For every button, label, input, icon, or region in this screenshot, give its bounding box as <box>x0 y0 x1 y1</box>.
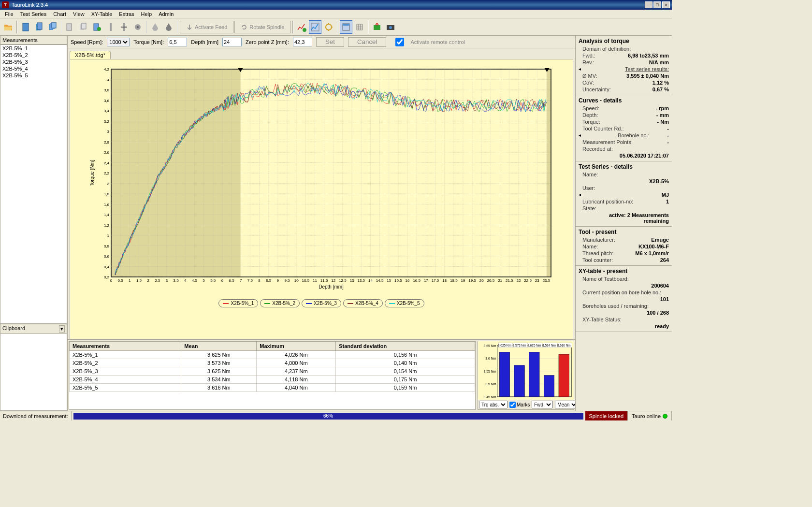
table-row[interactable]: X2B-5%_43,534 Nm4,118 Nm0,175 Nm <box>70 376 475 384</box>
open-icon[interactable] <box>2 20 14 34</box>
set-button[interactable]: Set <box>316 37 344 47</box>
menu-xy-table[interactable]: XY-Table <box>88 10 116 18</box>
camera-icon[interactable] <box>384 20 397 34</box>
doc3-icon[interactable] <box>46 20 59 34</box>
gear2-icon[interactable] <box>322 20 335 34</box>
testseries-header: Test Series - details <box>579 163 669 170</box>
main-chart[interactable]: 00,511,522,533,544,555,566,577,588,599,5… <box>75 64 568 296</box>
svg-text:0,4: 0,4 <box>104 265 110 269</box>
speed-select[interactable]: 1000 <box>107 38 130 46</box>
titlebar: T TauroLink 2.3.4 _ □ × <box>0 0 672 10</box>
svg-text:0,2: 0,2 <box>104 275 110 279</box>
legend-item[interactable]: X2B-5%_5 <box>385 299 424 307</box>
analysis-header: Analysis of torque <box>579 38 669 44</box>
tool1-icon[interactable] <box>104 20 117 34</box>
table-header: Maximum <box>257 342 336 351</box>
collapse-icon[interactable]: ◂ <box>579 66 581 72</box>
legend-item[interactable]: X2B-5%_1 <box>218 299 258 307</box>
svg-text:3: 3 <box>166 278 168 283</box>
svg-text:3,45 Nm: 3,45 Nm <box>483 395 496 399</box>
doc1-icon[interactable] <box>19 20 32 34</box>
trq-select[interactable]: Trq abs. <box>479 401 508 408</box>
activate-feed-button[interactable]: Activate Feed <box>180 21 233 33</box>
table-row[interactable]: X2B-5%_53,616 Nm4,040 Nm0,159 Nm <box>70 384 475 392</box>
menu-chart[interactable]: Chart <box>50 10 69 18</box>
minimize-button[interactable]: _ <box>645 1 652 8</box>
svg-text:7: 7 <box>240 278 242 283</box>
svg-point-22 <box>389 26 392 29</box>
collapse-icon[interactable]: ◂ <box>579 192 581 198</box>
gear-icon[interactable] <box>131 20 144 34</box>
maximize-button[interactable]: □ <box>653 1 661 8</box>
copy3-icon[interactable] <box>91 20 103 34</box>
table-row[interactable]: X2B-5%_23,573 Nm4,000 Nm0,140 Nm <box>70 359 475 367</box>
chart-area[interactable]: 00,511,522,533,544,555,566,577,588,599,5… <box>70 59 573 339</box>
svg-text:11,5: 11,5 <box>320 278 328 283</box>
svg-rect-2 <box>37 23 42 29</box>
window-icon[interactable] <box>340 20 352 34</box>
close-button[interactable]: × <box>662 1 670 8</box>
right-panel: Analysis of torque Domain of definition:… <box>575 36 672 411</box>
export-icon[interactable] <box>371 20 383 34</box>
svg-text:1: 1 <box>129 278 131 283</box>
measurement-item[interactable]: X2B-5%_2 <box>0 52 67 58</box>
svg-text:1: 1 <box>107 233 110 238</box>
table-row[interactable]: X2B-5%_13,625 Nm4,026 Nm0,156 Nm <box>70 351 475 359</box>
collapse-icon[interactable]: ◂ <box>579 132 581 138</box>
legend-item[interactable]: X2B-5%_3 <box>302 299 341 307</box>
file-tab[interactable]: X2B-5%.tdg* <box>70 51 111 59</box>
cancel-button[interactable]: Cancel <box>348 37 387 47</box>
measurement-item[interactable]: X2B-5%_4 <box>0 65 67 72</box>
remote-label: Activate remote control <box>410 39 465 45</box>
torque-input[interactable] <box>168 38 187 46</box>
svg-rect-182 <box>514 365 524 397</box>
svg-text:Depth [mm]: Depth [mm] <box>319 284 344 290</box>
status-download: Download of measurement: <box>0 411 72 420</box>
remote-checkbox[interactable] <box>390 38 409 46</box>
menu-file[interactable]: File <box>2 10 16 18</box>
legend-item[interactable]: X2B-5%_4 <box>343 299 383 307</box>
menu-admin[interactable]: Admin <box>156 10 176 18</box>
measurement-item[interactable]: X2B-5%_5 <box>0 72 67 79</box>
table-row[interactable]: X2B-5%_33,625 Nm4,237 Nm0,154 Nm <box>70 367 475 376</box>
menu-view[interactable]: View <box>70 10 87 18</box>
doc2-icon[interactable] <box>33 20 45 34</box>
tool2-icon[interactable] <box>118 20 130 34</box>
svg-text:3,5 Nm: 3,5 Nm <box>485 382 496 386</box>
zero-input[interactable] <box>293 38 312 46</box>
svg-text:5: 5 <box>203 278 205 283</box>
svg-text:0,6: 0,6 <box>104 254 110 259</box>
xytable-header: XY-table - present <box>579 268 669 275</box>
menu-test-series[interactable]: Test Series <box>17 10 49 18</box>
svg-text:1,4: 1,4 <box>104 213 110 217</box>
chart-add-icon[interactable] <box>295 20 308 34</box>
chart-grid-icon[interactable] <box>309 20 321 34</box>
grid-icon[interactable] <box>353 20 366 34</box>
svg-text:3,6: 3,6 <box>104 99 110 103</box>
measurement-item[interactable]: X2B-5%_3 <box>0 58 67 65</box>
svg-text:9,5: 9,5 <box>284 278 290 283</box>
svg-text:14,5: 14,5 <box>376 278 384 283</box>
rotate-spindle-button[interactable]: Rotate Spindle <box>234 21 290 33</box>
drop-icon[interactable] <box>149 20 161 34</box>
measurement-item[interactable]: X2B-5%_1 <box>0 45 67 52</box>
svg-rect-6 <box>67 24 72 30</box>
svg-point-17 <box>326 24 332 30</box>
depth-input[interactable] <box>222 38 242 46</box>
copy1-icon[interactable] <box>64 20 76 34</box>
menu-help[interactable]: Help <box>138 10 155 18</box>
legend-item[interactable]: X2B-5%_2 <box>260 299 300 307</box>
svg-text:18,5: 18,5 <box>450 278 458 283</box>
svg-text:18: 18 <box>442 278 447 283</box>
fwd-select[interactable]: Fwd. <box>532 401 553 408</box>
svg-text:4: 4 <box>184 278 187 283</box>
mini-bar-chart[interactable]: 3,45 Nm3,5 Nm3,55 Nm3,6 Nm3,65 Nm3,625 N… <box>478 341 574 400</box>
led-icon <box>663 414 667 419</box>
svg-text:2: 2 <box>107 182 110 186</box>
dropdown-icon[interactable]: ▾ <box>59 325 65 333</box>
svg-text:13: 13 <box>350 278 354 283</box>
copy2-icon[interactable] <box>77 20 90 34</box>
marks-checkbox[interactable] <box>509 402 516 408</box>
drop2-icon[interactable] <box>162 20 175 34</box>
menu-extras[interactable]: Extras <box>116 10 137 18</box>
